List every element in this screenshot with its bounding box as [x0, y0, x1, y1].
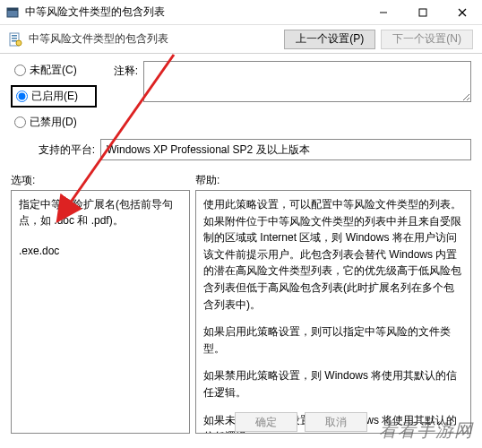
- comment-label: 注释:: [97, 61, 143, 79]
- options-description: 指定中等风险扩展名(包括前导句点，如 .doc 和 .pdf)。: [19, 196, 182, 228]
- window-icon: [5, 5, 20, 20]
- radio-not-configured-input[interactable]: [14, 65, 26, 76]
- titlebar: 中等风险文件类型的包含列表: [0, 0, 482, 25]
- subheader: 中等风险文件类型的包含列表 上一个设置(P) 下一个设置(N): [0, 25, 482, 54]
- comment-input[interactable]: [143, 61, 471, 102]
- window-controls: [364, 0, 482, 25]
- config-area: 未配置(C) 已启用(E) 已禁用(D) 注释: 支持的平台: Windows …: [0, 54, 482, 166]
- help-paragraph-2: 如果启用此策略设置，则可以指定中等风险的文件类型。: [203, 323, 463, 357]
- options-section-label: 选项:: [11, 173, 195, 188]
- next-setting-button: 下一个设置(N): [381, 30, 473, 49]
- minimize-button[interactable]: [364, 0, 403, 25]
- state-radio-group: 未配置(C) 已启用(E) 已禁用(D): [11, 61, 97, 132]
- radio-not-configured-label: 未配置(C): [30, 63, 77, 78]
- maximize-button[interactable]: [403, 0, 443, 25]
- radio-enabled-input[interactable]: [16, 90, 28, 102]
- ok-button[interactable]: 确定: [235, 412, 297, 432]
- radio-enabled[interactable]: 已启用(E): [11, 85, 97, 108]
- window-title: 中等风险文件类型的包含列表: [25, 4, 165, 20]
- svg-rect-7: [12, 35, 17, 37]
- radio-not-configured[interactable]: 未配置(C): [11, 61, 97, 80]
- options-value[interactable]: .exe.doc: [19, 245, 182, 257]
- radio-disabled-label: 已禁用(D): [30, 115, 77, 130]
- svg-rect-1: [7, 8, 18, 11]
- policy-icon: [7, 31, 23, 47]
- help-section-label: 帮助:: [195, 173, 471, 188]
- subheader-title: 中等风险文件类型的包含列表: [29, 31, 284, 47]
- platform-label: 支持的平台:: [11, 142, 100, 158]
- svg-point-10: [16, 40, 22, 46]
- platform-value: Windows XP Professional SP2 及以上版本: [100, 139, 471, 160]
- footer-buttons: 确定 取消: [235, 412, 367, 432]
- radio-disabled[interactable]: 已禁用(D): [11, 113, 97, 132]
- close-button[interactable]: [443, 0, 482, 25]
- section-labels: 选项: 帮助:: [0, 166, 482, 190]
- help-paragraph-3: 如果禁用此策略设置，则 Windows 将使用其默认的信任逻辑。: [203, 367, 463, 401]
- help-panel: 使用此策略设置，可以配置中等风险文件类型的列表。如果附件位于中等风险文件类型的列…: [195, 190, 471, 434]
- panels: 指定中等风险扩展名(包括前导句点，如 .doc 和 .pdf)。 .exe.do…: [0, 190, 482, 434]
- radio-enabled-label: 已启用(E): [31, 89, 78, 104]
- help-paragraph-1: 使用此策略设置，可以配置中等风险文件类型的列表。如果附件位于中等风险文件类型的列…: [203, 196, 463, 313]
- svg-rect-3: [419, 9, 426, 16]
- svg-rect-8: [12, 38, 17, 39]
- radio-disabled-input[interactable]: [14, 116, 26, 128]
- previous-setting-button[interactable]: 上一个设置(P): [284, 30, 375, 49]
- cancel-button[interactable]: 取消: [305, 412, 367, 432]
- watermark: 看看手游网: [379, 418, 473, 443]
- options-panel: 指定中等风险扩展名(包括前导句点，如 .doc 和 .pdf)。 .exe.do…: [11, 190, 190, 434]
